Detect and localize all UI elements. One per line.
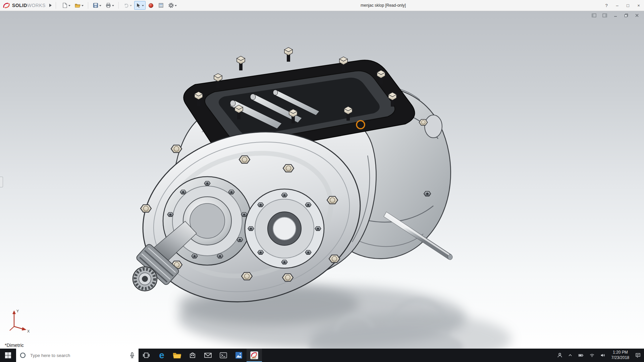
action-center-button[interactable] <box>633 349 643 362</box>
network-wifi-icon <box>589 353 595 358</box>
appearance-sphere-icon <box>148 2 154 8</box>
options-gear-icon <box>168 2 174 8</box>
taskbar-app-command-prompt[interactable] <box>216 349 231 362</box>
help-button[interactable]: ? <box>601 0 612 11</box>
quick-access-toolbar <box>58 1 178 10</box>
display-settings-button[interactable] <box>156 1 166 10</box>
command-prompt-icon <box>219 352 227 359</box>
titlebar: SOLIDWORKS <box>0 0 644 11</box>
solidworks-year-badge: 2017 <box>252 357 256 359</box>
chevron-down-icon <box>130 5 132 7</box>
output-flange[interactable] <box>245 189 324 268</box>
file-explorer-icon <box>173 352 181 359</box>
select-tool-button[interactable] <box>134 1 146 10</box>
brand-text: SOLIDWORKS <box>12 3 46 8</box>
save-icon <box>93 2 99 8</box>
solidworks-logo-icon <box>3 2 11 9</box>
search-input[interactable] <box>30 353 126 358</box>
solidworks-window: SOLIDWORKS <box>0 0 644 362</box>
new-document-button[interactable] <box>60 1 72 10</box>
new-document-icon <box>62 2 68 8</box>
flyout-arrow-icon <box>49 4 53 7</box>
volume-icon <box>600 353 606 358</box>
start-button[interactable] <box>0 349 16 362</box>
tray-show-hidden-icons-button[interactable] <box>566 349 575 362</box>
tray-battery-button[interactable] <box>576 349 586 362</box>
taskbar-app-file-explorer[interactable] <box>169 349 185 362</box>
maximize-button[interactable]: □ <box>623 0 633 11</box>
mail-icon <box>204 352 212 359</box>
view-orientation-label: *Dimetric <box>5 343 24 348</box>
chevron-up-icon <box>568 353 573 358</box>
print-icon <box>105 2 111 8</box>
appearances-button[interactable] <box>146 1 156 10</box>
orientation-triad: Y X <box>4 308 31 334</box>
minimize-button[interactable]: – <box>612 0 623 11</box>
taskbar-app-store[interactable] <box>185 349 200 362</box>
graphics-area[interactable]: Y X *Dimetric <box>0 11 644 349</box>
taskbar-app-solidworks[interactable]: 2017 <box>247 349 262 362</box>
chevron-down-icon <box>68 5 70 7</box>
open-folder-icon <box>74 2 81 8</box>
chevron-down-icon <box>112 5 114 7</box>
taskbar-app-edge[interactable]: e <box>154 349 169 362</box>
solidworks-logo: SOLIDWORKS <box>0 2 48 9</box>
chevron-down-icon <box>99 5 101 7</box>
chevron-down-icon <box>82 5 84 7</box>
save-button[interactable] <box>91 1 103 10</box>
undo-button[interactable] <box>121 1 133 10</box>
print-button[interactable] <box>104 1 116 10</box>
triad-y-label: Y <box>16 309 19 313</box>
windows-logo-icon <box>5 352 11 359</box>
doc-restore-button[interactable] <box>623 13 629 18</box>
doc-minimize-button[interactable] <box>612 13 619 18</box>
toolbar-separator <box>118 2 119 9</box>
clock-date: 7/23/2018 <box>611 355 629 361</box>
taskbar-clock[interactable]: 1:20 PM 7/23/2018 <box>609 350 632 360</box>
chevron-down-icon <box>142 5 144 7</box>
close-button[interactable]: × <box>633 0 644 11</box>
taskbar-app-mail[interactable] <box>200 349 216 362</box>
task-view-icon <box>143 352 150 359</box>
clock-time: 1:20 PM <box>613 350 628 355</box>
taskbar-app-photos[interactable] <box>231 349 247 362</box>
task-view-button[interactable] <box>139 349 154 362</box>
brand-solid: SOLID <box>12 3 27 8</box>
window-controls: ? – □ × <box>601 0 644 11</box>
windows-taskbar: e <box>0 349 644 362</box>
cortana-icon[interactable] <box>19 352 26 359</box>
battery-icon <box>578 353 584 358</box>
system-tray: 1:20 PM 7/23/2018 <box>555 349 644 362</box>
tray-network-button[interactable] <box>587 349 597 362</box>
pane-preview-button[interactable] <box>591 13 597 18</box>
open-button[interactable] <box>73 1 85 10</box>
pane-split-button[interactable] <box>602 13 608 18</box>
user-icon <box>557 352 563 358</box>
document-title: menjac sklop [Read-only] <box>361 3 406 8</box>
brand-works: WORKS <box>27 3 46 8</box>
edge-icon: e <box>159 351 164 360</box>
display-settings-icon <box>158 2 164 8</box>
store-icon <box>189 351 197 359</box>
toolbar-separator <box>56 2 56 9</box>
menu-flyout-button[interactable] <box>48 2 54 9</box>
options-button[interactable] <box>166 1 178 10</box>
microphone-icon[interactable] <box>129 352 135 359</box>
tray-user-button[interactable] <box>555 349 565 362</box>
toolbar-separator <box>88 2 88 9</box>
chevron-down-icon <box>175 5 177 7</box>
action-center-icon <box>635 352 641 358</box>
3d-model-gearbox[interactable] <box>0 11 644 349</box>
solidworks-app-icon: 2017 <box>250 351 259 360</box>
triad-x-label: X <box>27 329 30 333</box>
tray-volume-button[interactable] <box>598 349 607 362</box>
document-window-controls <box>591 13 640 18</box>
photos-icon <box>235 351 243 359</box>
undo-icon <box>123 2 129 8</box>
doc-close-button[interactable] <box>634 13 640 18</box>
select-cursor-icon <box>136 3 141 8</box>
taskbar-search[interactable] <box>16 349 139 362</box>
